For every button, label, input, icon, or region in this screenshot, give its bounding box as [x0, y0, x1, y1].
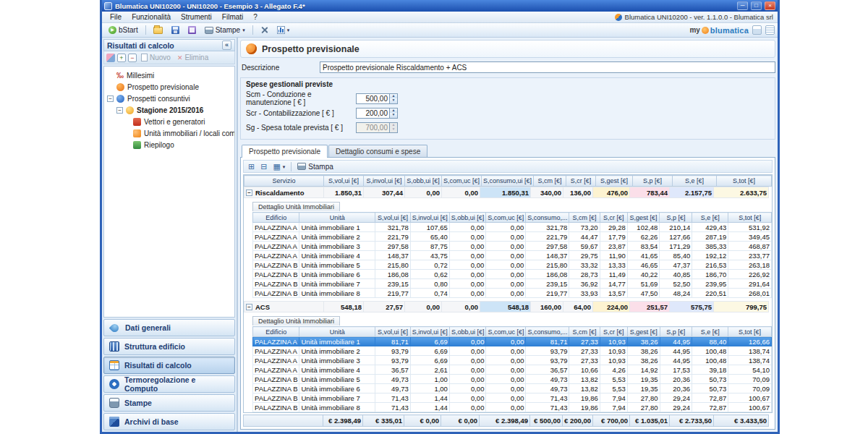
cell[interactable]: 93,79 — [526, 356, 569, 365]
cell[interactable]: 93,79 — [526, 346, 569, 356]
cell[interactable]: 221,79 — [526, 232, 569, 242]
detail-row[interactable]: PALAZZINA AUnità immobiliare 293,796,690… — [253, 346, 772, 356]
grid-mini-icon[interactable] — [765, 25, 775, 35]
cell[interactable]: 0,00 — [486, 242, 526, 251]
cell[interactable]: 1.850,31 — [324, 187, 364, 198]
cell[interactable]: 29,75 — [569, 251, 600, 260]
cell[interactable]: 307,44 — [364, 187, 405, 198]
nav-archivi-di-base[interactable]: Archivi di base — [103, 413, 235, 430]
service-cell[interactable]: −ACS — [244, 302, 324, 312]
cell[interactable]: 19,35 — [627, 375, 660, 384]
cell[interactable]: 52,50 — [660, 279, 692, 289]
cell[interactable]: 33,93 — [569, 289, 600, 298]
detail-column-header[interactable]: S,gest [€] — [627, 327, 660, 337]
cell[interactable]: Unità immobiliare 2 — [299, 346, 375, 356]
tree-item-unita-immobiliari[interactable]: Unità immobiliari / locali comuni — [106, 127, 233, 139]
nav-stampe[interactable]: Stampe — [103, 394, 235, 412]
cell[interactable]: 0,00 — [449, 279, 486, 289]
collapse-panel-button[interactable]: « — [222, 41, 231, 50]
tree-item-millesimi[interactable]: ‰ Millesimi — [106, 69, 233, 81]
cell[interactable]: 107,65 — [410, 223, 449, 232]
cell[interactable]: PALAZZINA A — [253, 365, 299, 375]
cell[interactable]: 10,66 — [569, 365, 600, 375]
cell[interactable]: Unità immobiliare 2 — [299, 232, 375, 242]
cell[interactable]: 136,00 — [563, 187, 593, 198]
detail-row[interactable]: PALAZZINA AUnità immobiliare 4148,3743,7… — [253, 251, 772, 260]
detail-column-header[interactable]: S,obb,ui [€] — [449, 327, 486, 337]
detail-column-header[interactable]: Edificio — [253, 213, 299, 223]
cell[interactable]: 215,80 — [526, 260, 569, 270]
cell[interactable]: 50,73 — [692, 384, 728, 393]
nav-termoregolazione[interactable]: Termoregolazione e Computo — [103, 375, 235, 393]
cell[interactable]: 36,57 — [526, 365, 569, 375]
cell[interactable]: Unità immobiliare 3 — [299, 356, 375, 365]
descrizione-input[interactable]: Prospetto previsionale Riscaldamento + A… — [320, 61, 775, 73]
detail-row[interactable]: PALAZZINA BUnità immobiliare 8219,770,74… — [253, 289, 772, 298]
cell[interactable]: 2.633,75 — [714, 187, 769, 198]
cell[interactable]: PALAZZINA A — [253, 337, 299, 346]
cell[interactable]: 36,92 — [569, 279, 600, 289]
tab-prospetto-previsionale[interactable]: Prospetto previsionale — [242, 145, 328, 158]
cell[interactable]: 239,15 — [526, 279, 569, 289]
tree-expander[interactable]: − — [116, 107, 123, 114]
cell[interactable]: 72,87 — [692, 403, 728, 412]
detail-column-header[interactable]: S,vol,ui [€] — [375, 213, 411, 223]
detail-column-header[interactable]: S,tot [€] — [728, 327, 772, 337]
cell[interactable]: 11,49 — [600, 270, 627, 279]
detail-caption-tab[interactable]: Dettaglio Unità Immobiliari — [252, 202, 340, 211]
cell[interactable]: 0,00 — [486, 337, 526, 346]
cell[interactable]: 340,00 — [531, 187, 563, 198]
cell[interactable]: 321,78 — [526, 223, 569, 232]
detail-row[interactable]: PALAZZINA AUnità immobiliare 436,572,610… — [253, 365, 772, 375]
cell[interactable]: 548,18 — [324, 302, 364, 312]
cell[interactable]: 0,00 — [486, 279, 526, 289]
cell[interactable]: 36,57 — [375, 365, 411, 375]
cell[interactable]: 71,43 — [375, 393, 411, 403]
cell[interactable]: 47,37 — [660, 260, 692, 270]
grid-column-header[interactable]: S,gest [€] — [595, 176, 632, 187]
cell[interactable]: 6,69 — [410, 346, 449, 356]
cell[interactable]: 49,73 — [375, 375, 411, 384]
cell[interactable]: 54,10 — [728, 365, 772, 375]
cell[interactable]: 70,09 — [728, 375, 772, 384]
cell[interactable]: Unità immobiliare 1 — [299, 337, 375, 346]
cell[interactable]: 29,24 — [660, 393, 692, 403]
cell[interactable]: 27,33 — [569, 337, 600, 346]
cell[interactable]: 0,00 — [486, 384, 526, 393]
detail-row[interactable]: PALAZZINA AUnità immobiliare 3297,5887,7… — [253, 242, 772, 251]
cell[interactable]: 19,35 — [627, 384, 660, 393]
cell[interactable]: 7,94 — [600, 393, 627, 403]
maximize-button[interactable]: □ — [751, 1, 762, 10]
cell[interactable]: 1,44 — [410, 403, 449, 412]
detail-row[interactable]: PALAZZINA AUnità immobiliare 393,796,690… — [253, 356, 772, 365]
nav-risultati-di-calcolo[interactable]: Risultati di calcolo — [103, 357, 235, 374]
detail-column-header[interactable]: S,invol,ui [€] — [410, 213, 449, 223]
cell[interactable]: 268,01 — [728, 289, 772, 298]
cell[interactable]: Unità immobiliare 6 — [299, 384, 375, 393]
minimize-button[interactable]: ─ — [737, 1, 748, 10]
cell[interactable]: Unità immobiliare 7 — [299, 279, 375, 289]
cell[interactable]: 71,43 — [375, 403, 411, 412]
cell[interactable]: Unità immobiliare 4 — [299, 365, 375, 375]
cell[interactable]: 0,00 — [486, 270, 526, 279]
tree-item-prospetto-previsionale[interactable]: Prospetto previsionale — [106, 81, 233, 93]
cell[interactable]: 216,53 — [692, 260, 728, 270]
cell[interactable]: 46,65 — [627, 260, 660, 270]
grid-column-header[interactable]: S,consumo,ui [€] — [481, 176, 533, 187]
cell[interactable]: 7,94 — [600, 403, 627, 412]
detail-caption-tab[interactable]: Dettaglio Unità Immobiliari — [252, 316, 340, 326]
cell[interactable]: PALAZZINA A — [253, 346, 299, 356]
cell[interactable]: Unità immobiliare 6 — [299, 270, 375, 279]
cell[interactable]: 29,28 — [600, 223, 627, 232]
cell[interactable]: 291,64 — [728, 279, 772, 289]
cell[interactable]: PALAZZINA B — [253, 393, 299, 403]
grid-column-header[interactable]: S,cm [€] — [534, 176, 566, 187]
cell[interactable]: 127,66 — [660, 232, 692, 242]
tree-item-prospetti-consuntivi[interactable]: − Prospetti consuntivi — [106, 93, 233, 104]
cell[interactable]: 148,37 — [526, 251, 569, 260]
detail-column-header[interactable]: S,com,uc [€] — [486, 213, 526, 223]
spin-down-icon[interactable]: ▼ — [390, 113, 397, 118]
cell[interactable]: 40,22 — [627, 270, 660, 279]
cell[interactable]: 126,66 — [728, 337, 772, 346]
cell[interactable]: 0,00 — [405, 187, 442, 198]
